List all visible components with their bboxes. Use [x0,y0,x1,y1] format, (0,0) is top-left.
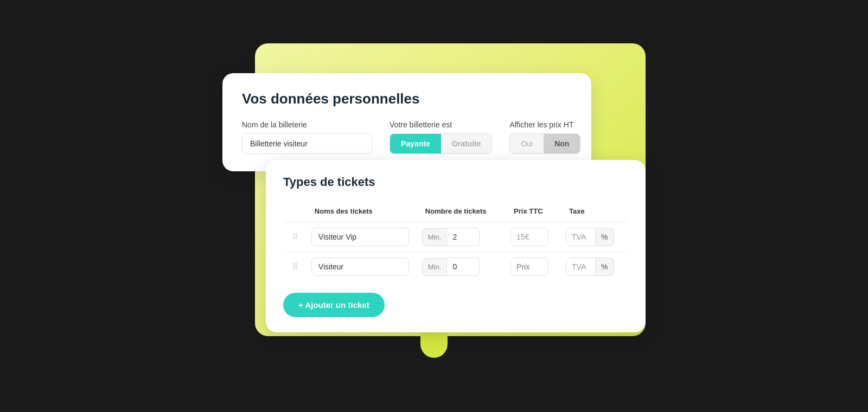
ticket-name-input-1[interactable] [311,228,409,246]
ticket-tax-cell-2: % [561,252,628,282]
col-header-number: Nombre de tickets [418,201,506,222]
nom-billeterie-input[interactable] [242,133,372,154]
min-group-2: Min. [422,258,502,276]
prix-ht-label: Afficher les prix HT [509,120,580,129]
personal-data-card: Vos données personnelles Nom de la bille… [222,73,591,171]
nom-billeterie-group: Nom de la billeterie [242,120,372,154]
tickets-card-title: Types de tickets [283,175,628,189]
tax-group-2: % [566,258,623,276]
min-group-1: Min. [422,228,502,246]
ticket-name-cell-1 [307,222,418,252]
ticket-number-cell-2: Min. [418,252,506,282]
col-header-name: Noms des tickets [307,201,418,222]
personal-card-title: Vos données personnelles [242,91,572,107]
ticket-price-cell-1 [506,222,561,252]
table-row: ⠿ Min. [284,252,628,282]
toggle-non-button[interactable]: Non [544,134,580,153]
tickets-card: Types de tickets Noms des tickets Nombre… [266,160,646,332]
ticket-tax-cell-1: % [561,222,628,252]
drag-handle-cell: ⠿ [284,252,307,282]
tax-group-1: % [566,228,623,246]
toggle-gratuite-button[interactable]: Gratuite [441,134,492,153]
drag-handle-icon[interactable]: ⠿ [288,262,302,271]
toggle-oui-button[interactable]: Oui [510,134,544,153]
drag-handle-icon[interactable]: ⠿ [288,233,302,241]
tva-input-2[interactable] [566,258,596,276]
ticket-number-cell-1: Min. [418,222,506,252]
prix-ht-group: Afficher les prix HT Oui Non [509,120,580,154]
col-header-taxe: Taxe [561,201,628,222]
min-label-1: Min. [422,228,448,246]
nom-billeterie-label: Nom de la billeterie [242,120,372,129]
col-header-drag [284,201,307,222]
add-ticket-button[interactable]: + Ajouter un ticket [283,293,385,317]
table-row: ⠿ Min. [284,222,628,252]
ticket-name-input-2[interactable] [311,258,409,276]
ticket-name-cell-2 [307,252,418,282]
min-value-input-1[interactable] [447,228,480,246]
billetterie-toggle: Payante Gratuite [390,133,492,154]
ticket-price-cell-2 [506,252,561,282]
billetterie-type-label: Votre billetterie est [390,120,492,129]
col-header-price: Prix TTC [506,201,561,222]
price-input-1[interactable] [510,228,548,246]
min-value-input-2[interactable] [447,258,480,276]
billetterie-type-group: Votre billetterie est Payante Gratuite [390,120,492,154]
tva-input-1[interactable] [566,228,596,246]
toggle-payante-button[interactable]: Payante [390,134,441,153]
percent-button-1[interactable]: % [596,228,614,246]
min-label-2: Min. [422,258,448,276]
percent-button-2[interactable]: % [596,258,614,276]
price-input-2[interactable] [510,258,548,276]
drag-handle-cell: ⠿ [284,222,307,252]
tickets-table: Noms des tickets Nombre de tickets Prix … [283,200,628,282]
prix-ht-toggle: Oui Non [509,133,580,154]
